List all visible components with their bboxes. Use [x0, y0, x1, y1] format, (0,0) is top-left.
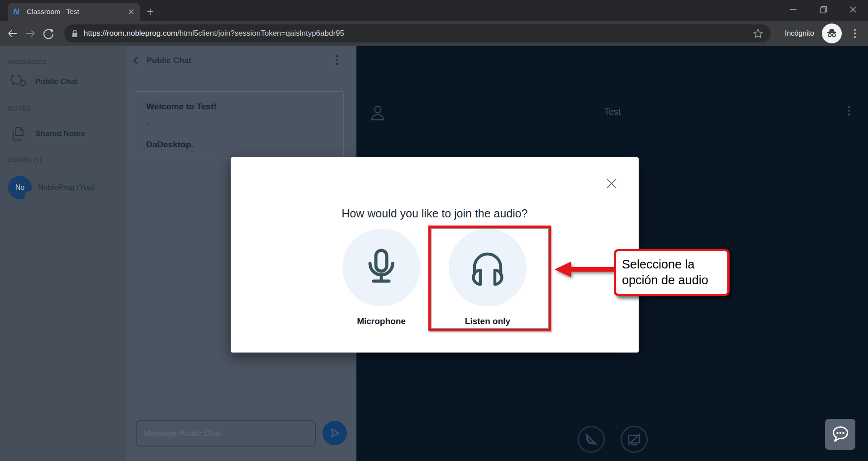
forward-icon[interactable]: [22, 25, 38, 42]
screen-slash-icon: [626, 432, 642, 447]
users-header: USERS (1): [7, 156, 42, 164]
send-icon: [329, 427, 341, 439]
annotation-arrow-icon: [552, 259, 616, 280]
chat-bubbles-icon: [9, 75, 27, 89]
message-input[interactable]: [136, 420, 316, 447]
welcome-dot: .: [146, 116, 333, 126]
nobleprog-favicon-icon: N: [13, 7, 23, 17]
share-webcam-button[interactable]: [621, 426, 648, 453]
url-text: https://room.nobleprog.com/html5client/j…: [84, 29, 753, 38]
sidebar-item-shared-notes[interactable]: Shared Notes: [0, 124, 126, 144]
chat-panel-title: Public Chat: [147, 56, 191, 66]
tab-title: Classroom - Test: [27, 8, 128, 16]
url-bar[interactable]: https://room.nobleprog.com/html5client/j…: [64, 24, 771, 42]
welcome-link-row: DaDesktop.: [146, 140, 333, 150]
highlight-rectangle: [428, 226, 551, 331]
tab-close-icon[interactable]: [128, 9, 134, 15]
dadesktop-link[interactable]: DaDesktop: [146, 140, 191, 149]
sidebar-item-public-chat[interactable]: Public Chat: [0, 72, 126, 92]
speech-bubble-dots-icon: [831, 425, 850, 443]
annotation-line2: opción de audio: [622, 273, 727, 288]
avatar: No: [8, 176, 32, 199]
chat-options-icon[interactable]: [330, 55, 344, 65]
browser-tab[interactable]: N Classroom - Test: [8, 3, 140, 21]
incognito-icon: [822, 24, 842, 43]
shared-notes-icon: [9, 126, 27, 141]
user-name: NobleProg (You): [38, 183, 95, 192]
join-audio-button[interactable]: [578, 426, 605, 453]
new-tab-button[interactable]: [143, 5, 157, 19]
chat-fab-button[interactable]: [825, 419, 855, 450]
welcome-line: Welcome to Test!: [146, 102, 333, 112]
messages-header: MESSAGES: [7, 58, 47, 66]
modal-title: How would you like to join the audio?: [231, 207, 639, 220]
reload-icon[interactable]: [40, 25, 56, 42]
chat-back-icon[interactable]: [126, 56, 146, 65]
user-list-item[interactable]: No NobleProg (You): [0, 176, 126, 199]
sidebar: MESSAGES Public Chat NOTES: [0, 46, 126, 461]
tab-strip: N Classroom - Test: [0, 0, 868, 21]
presentation-title: Test: [604, 107, 621, 117]
microphone-icon: [358, 244, 405, 291]
lock-icon: [71, 29, 78, 38]
window-controls: [778, 0, 868, 19]
phone-slash-icon: [583, 432, 599, 447]
user-you-suffix: (You): [76, 183, 95, 192]
shared-notes-label: Shared Notes: [35, 129, 85, 138]
back-icon[interactable]: [5, 25, 21, 42]
browser-toolbar: https://room.nobleprog.com/html5client/j…: [0, 21, 868, 46]
incognito-label: Incógnito: [785, 21, 814, 46]
classroom-app: MESSAGES Public Chat NOTES: [0, 46, 868, 461]
restore-button[interactable]: [808, 0, 838, 19]
bookmark-star-icon[interactable]: [753, 28, 764, 39]
browser-menu-icon[interactable]: [849, 27, 860, 40]
welcome-message: Welcome to Test! . DaDesktop.: [136, 91, 344, 159]
notes-header: NOTES: [7, 104, 31, 112]
presentation-options-icon[interactable]: [842, 106, 856, 116]
microphone-label: Microphone: [341, 316, 422, 326]
modal-close-icon[interactable]: [604, 176, 619, 191]
public-chat-label: Public Chat: [35, 77, 78, 86]
send-message-button[interactable]: [323, 421, 347, 445]
browser-window: N Classroom - Test: [0, 0, 868, 461]
annotation-callout: Seleccione la opción de audio: [614, 249, 730, 296]
annotation-line1: Seleccione la: [622, 257, 727, 273]
close-window-button[interactable]: [838, 0, 868, 19]
participant-icon: [369, 104, 386, 124]
minimize-button[interactable]: [778, 0, 808, 19]
microphone-circle[interactable]: [342, 229, 420, 306]
microphone-option[interactable]: Microphone: [341, 229, 422, 326]
avatar-notch: [24, 191, 33, 200]
chat-header: Public Chat: [126, 51, 356, 71]
